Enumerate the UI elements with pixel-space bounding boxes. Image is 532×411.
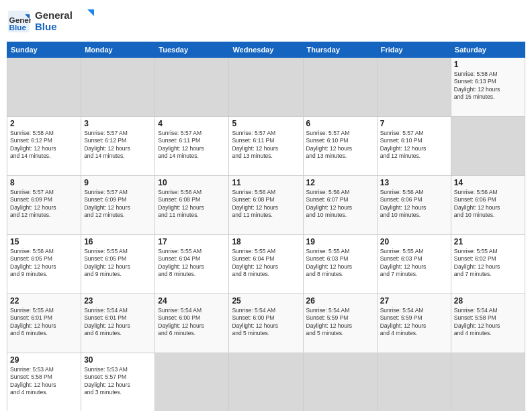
day-number: 22 (10, 296, 78, 306)
day-info: Sunrise: 5:56 AM Sunset: 6:08 PM Dayligh… (232, 189, 300, 220)
calendar-cell: 5Sunrise: 5:57 AM Sunset: 6:11 PM Daylig… (229, 117, 303, 176)
col-monday: Monday (81, 42, 155, 58)
calendar-row-1: 1Sunrise: 5:58 AM Sunset: 6:13 PM Daylig… (7, 58, 525, 117)
day-info: Sunrise: 5:53 AM Sunset: 5:57 PM Dayligh… (84, 366, 152, 397)
day-number: 24 (158, 296, 226, 306)
day-number: 8 (10, 178, 78, 187)
calendar-cell: 30Sunrise: 5:53 AM Sunset: 5:57 PM Dayli… (81, 353, 155, 412)
day-number: 21 (454, 237, 522, 246)
calendar-cell: 24Sunrise: 5:54 AM Sunset: 6:00 PM Dayli… (155, 294, 229, 353)
day-info: Sunrise: 5:57 AM Sunset: 6:12 PM Dayligh… (84, 130, 152, 161)
col-tuesday: Tuesday (155, 42, 229, 58)
col-sunday: Sunday (7, 42, 81, 58)
calendar-cell: 29Sunrise: 5:53 AM Sunset: 5:58 PM Dayli… (7, 353, 81, 412)
day-info: Sunrise: 5:55 AM Sunset: 6:03 PM Dayligh… (380, 248, 448, 279)
day-info: Sunrise: 5:54 AM Sunset: 6:00 PM Dayligh… (232, 307, 300, 338)
day-info: Sunrise: 5:55 AM Sunset: 6:05 PM Dayligh… (84, 248, 152, 279)
day-number: 26 (306, 296, 374, 306)
calendar-cell: 10Sunrise: 5:56 AM Sunset: 6:08 PM Dayli… (155, 176, 229, 235)
calendar-cell: 4Sunrise: 5:57 AM Sunset: 6:11 PM Daylig… (155, 117, 229, 176)
logo: General Blue General Blue (7, 7, 95, 36)
col-thursday: Thursday (303, 42, 377, 58)
calendar-cell: 26Sunrise: 5:54 AM Sunset: 5:59 PM Dayli… (303, 294, 377, 353)
calendar-cell (155, 353, 229, 412)
calendar-row-4: 15Sunrise: 5:56 AM Sunset: 6:05 PM Dayli… (7, 235, 525, 294)
day-info: Sunrise: 5:55 AM Sunset: 6:01 PM Dayligh… (10, 307, 78, 338)
col-friday: Friday (377, 42, 451, 58)
day-number: 4 (158, 119, 226, 128)
logo-svg: General Blue (35, 7, 95, 34)
calendar-cell: 19Sunrise: 5:55 AM Sunset: 6:03 PM Dayli… (303, 235, 377, 294)
calendar-cell (303, 58, 377, 117)
calendar-cell: 16Sunrise: 5:55 AM Sunset: 6:05 PM Dayli… (81, 235, 155, 294)
svg-text:Blue: Blue (9, 23, 27, 32)
calendar-cell: 17Sunrise: 5:55 AM Sunset: 6:04 PM Dayli… (155, 235, 229, 294)
day-number: 18 (232, 237, 300, 246)
day-number: 13 (380, 178, 448, 187)
day-info: Sunrise: 5:56 AM Sunset: 6:05 PM Dayligh… (10, 248, 78, 279)
day-number: 23 (84, 296, 152, 306)
day-number: 19 (306, 237, 374, 246)
calendar-cell: 28Sunrise: 5:54 AM Sunset: 5:58 PM Dayli… (451, 294, 525, 353)
calendar-row-3: 8Sunrise: 5:57 AM Sunset: 6:09 PM Daylig… (7, 176, 525, 235)
calendar-cell (377, 58, 451, 117)
day-number: 17 (158, 237, 226, 246)
day-info: Sunrise: 5:54 AM Sunset: 5:59 PM Dayligh… (380, 307, 448, 338)
day-number: 5 (232, 119, 300, 128)
day-number: 10 (158, 178, 226, 187)
calendar-cell (229, 58, 303, 117)
calendar-cell: 11Sunrise: 5:56 AM Sunset: 6:08 PM Dayli… (229, 176, 303, 235)
svg-text:Blue: Blue (35, 21, 57, 32)
day-number: 14 (454, 178, 522, 187)
calendar-cell: 18Sunrise: 5:55 AM Sunset: 6:04 PM Dayli… (229, 235, 303, 294)
day-number: 28 (454, 296, 522, 306)
calendar-cell: 13Sunrise: 5:56 AM Sunset: 6:06 PM Dayli… (377, 176, 451, 235)
col-saturday: Saturday (451, 42, 525, 58)
day-number: 3 (84, 119, 152, 128)
calendar-cell: 25Sunrise: 5:54 AM Sunset: 6:00 PM Dayli… (229, 294, 303, 353)
day-number: 11 (232, 178, 300, 187)
day-number: 16 (84, 237, 152, 246)
calendar-table: Sunday Monday Tuesday Wednesday Thursday… (7, 42, 525, 411)
calendar-cell: 22Sunrise: 5:55 AM Sunset: 6:01 PM Dayli… (7, 294, 81, 353)
calendar-cell: 2Sunrise: 5:58 AM Sunset: 6:12 PM Daylig… (7, 117, 81, 176)
day-number: 1 (454, 60, 522, 69)
calendar-cell (7, 58, 81, 117)
calendar-row-2: 2Sunrise: 5:58 AM Sunset: 6:12 PM Daylig… (7, 117, 525, 176)
calendar-cell: 27Sunrise: 5:54 AM Sunset: 5:59 PM Dayli… (377, 294, 451, 353)
day-info: Sunrise: 5:56 AM Sunset: 6:07 PM Dayligh… (306, 189, 374, 220)
calendar-cell (81, 58, 155, 117)
day-info: Sunrise: 5:57 AM Sunset: 6:11 PM Dayligh… (232, 130, 300, 161)
calendar-row-5: 22Sunrise: 5:55 AM Sunset: 6:01 PM Dayli… (7, 294, 525, 353)
calendar-cell: 6Sunrise: 5:57 AM Sunset: 6:10 PM Daylig… (303, 117, 377, 176)
day-info: Sunrise: 5:53 AM Sunset: 5:58 PM Dayligh… (10, 366, 78, 397)
day-info: Sunrise: 5:55 AM Sunset: 6:04 PM Dayligh… (158, 248, 226, 279)
day-info: Sunrise: 5:55 AM Sunset: 6:04 PM Dayligh… (232, 248, 300, 279)
day-info: Sunrise: 5:54 AM Sunset: 5:58 PM Dayligh… (454, 307, 522, 338)
calendar-cell: 23Sunrise: 5:54 AM Sunset: 6:01 PM Dayli… (81, 294, 155, 353)
day-number: 6 (306, 119, 374, 128)
day-info: Sunrise: 5:56 AM Sunset: 6:08 PM Dayligh… (158, 189, 226, 220)
day-number: 29 (10, 355, 78, 365)
col-wednesday: Wednesday (229, 42, 303, 58)
day-info: Sunrise: 5:56 AM Sunset: 6:06 PM Dayligh… (454, 189, 522, 220)
calendar-cell: 15Sunrise: 5:56 AM Sunset: 6:05 PM Dayli… (7, 235, 81, 294)
svg-marker-6 (87, 9, 94, 16)
day-number: 30 (84, 355, 152, 365)
calendar-cell: 1Sunrise: 5:58 AM Sunset: 6:13 PM Daylig… (451, 58, 525, 117)
calendar-cell: 20Sunrise: 5:55 AM Sunset: 6:03 PM Dayli… (377, 235, 451, 294)
calendar-cell (451, 117, 525, 176)
day-info: Sunrise: 5:57 AM Sunset: 6:10 PM Dayligh… (380, 130, 448, 161)
day-number: 12 (306, 178, 374, 187)
day-info: Sunrise: 5:55 AM Sunset: 6:03 PM Dayligh… (306, 248, 374, 279)
day-info: Sunrise: 5:54 AM Sunset: 6:01 PM Dayligh… (84, 307, 152, 338)
day-info: Sunrise: 5:54 AM Sunset: 6:00 PM Dayligh… (158, 307, 226, 338)
day-info: Sunrise: 5:56 AM Sunset: 6:06 PM Dayligh… (380, 189, 448, 220)
day-info: Sunrise: 5:57 AM Sunset: 6:10 PM Dayligh… (306, 130, 374, 161)
calendar-cell (377, 353, 451, 412)
day-info: Sunrise: 5:57 AM Sunset: 6:09 PM Dayligh… (84, 189, 152, 220)
calendar-cell (229, 353, 303, 412)
calendar-cell: 9Sunrise: 5:57 AM Sunset: 6:09 PM Daylig… (81, 176, 155, 235)
calendar-cell: 21Sunrise: 5:55 AM Sunset: 6:02 PM Dayli… (451, 235, 525, 294)
calendar-cell: 3Sunrise: 5:57 AM Sunset: 6:12 PM Daylig… (81, 117, 155, 176)
